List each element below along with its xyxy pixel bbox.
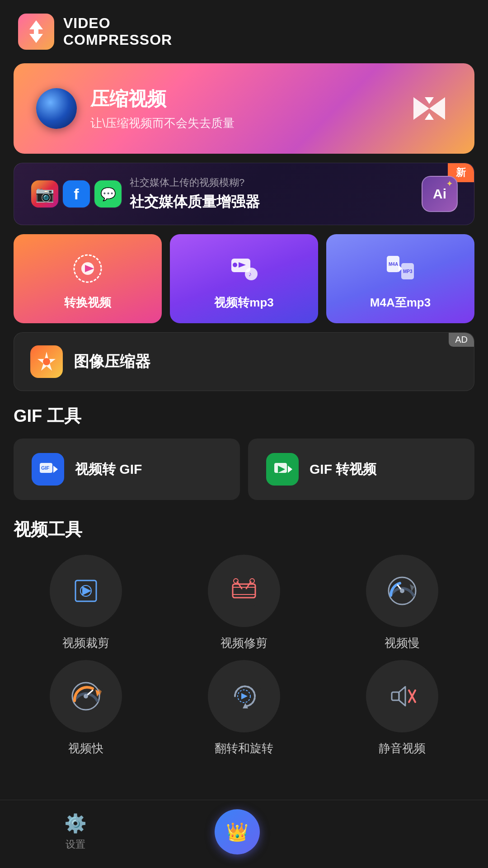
whatsapp-icon: 💬 [94,179,122,208]
svg-text:MP3: MP3 [403,269,413,274]
ai-badge: Ai [422,176,458,212]
video-to-gif-icon: GIF [32,453,64,486]
svg-point-57 [384,678,420,714]
m4a-mp3-icon: M4A MP3 [382,250,418,287]
header: Video Compressor [0,0,488,59]
video-crop-icon [50,555,122,627]
video-slow-icon [366,555,438,627]
video-trim-label: 视频修剪 [221,635,267,651]
video-fast-label: 视频快 [68,741,103,756]
video-slow-item[interactable]: 视频慢 [330,555,474,651]
video-section-title: 视频工具 [0,518,488,546]
svg-text:M4A: M4A [389,262,398,267]
image-compressor-icon [30,345,63,378]
video-crop-label: 视频裁剪 [62,635,109,651]
convert-video-label: 转换视频 [64,295,111,311]
svg-point-13 [233,263,237,267]
svg-point-23 [43,358,50,365]
svg-marker-7 [425,113,434,120]
convert-video-card[interactable]: 转换视频 [14,234,162,323]
bottom-nav: ⚙️ 设置 👑 [0,800,488,868]
video-fast-icon [50,660,122,732]
social-banner[interactable]: 新 📷 f 💬 社交媒体上传的视频模糊? 社交媒体质量增强器 Ai [14,163,474,225]
settings-icon: ⚙️ [64,813,87,834]
video-fast-item[interactable]: 视频快 [14,660,158,756]
video-trim-item[interactable]: 视频修剪 [172,555,316,651]
m4a-mp3-card[interactable]: M4A MP3 M4A至mp3 [326,234,474,323]
ad-tag: AD [449,333,474,347]
svg-point-45 [400,589,404,593]
social-info: 社交媒体上传的视频模糊? 社交媒体质量增强器 [130,176,411,212]
ad-banner[interactable]: AD 图像压缩器 [14,332,474,391]
banner-subtitle: 让\压缩视频而不会失去质量 [90,115,235,131]
svg-marker-8 [425,97,434,104]
app-name-line1: Video [63,15,172,32]
video-slow-label: 视频慢 [385,635,420,651]
app-logo [18,14,54,50]
app-title: Video Compressor [63,15,172,48]
banner-title: 压缩视频 [90,86,235,112]
ad-label: 图像压缩器 [74,351,150,372]
mute-video-icon [366,660,438,732]
compress-banner[interactable]: 压缩视频 让\压缩视频而不会失去质量 [14,63,474,154]
video-mp3-card[interactable]: ♪ 视频转mp3 [170,234,318,323]
video-tools-grid: 视频裁剪 视频修剪 [14,555,474,774]
svg-point-34 [226,573,262,609]
banner-text: 压缩视频 让\压缩视频而不会失去质量 [90,86,235,131]
tool-cards-row: 转换视频 ♪ 视频转mp3 M4A MP3 M4A至mp3 [14,234,474,323]
ai-label: Ai [433,186,446,202]
nav-settings[interactable]: ⚙️ 设置 [64,813,87,851]
svg-marker-6 [429,97,445,120]
video-crop-item[interactable]: 视频裁剪 [14,555,158,651]
m4a-mp3-label: M4A至mp3 [370,295,431,311]
mute-video-label: 静音视频 [379,741,426,756]
flip-rotate-item[interactable]: 翻转和旋转 [172,660,316,756]
facebook-icon: f [62,179,91,208]
mute-video-item[interactable]: 静音视频 [330,660,474,756]
social-icons: 📷 f 💬 [30,179,119,208]
gif-to-video-label: GIF 转视频 [310,460,376,479]
social-title: 社交媒体质量增强器 [130,192,411,212]
video-to-gif-label: 视频转 GIF [75,460,142,479]
svg-rect-4 [34,34,38,39]
flip-rotate-label: 翻转和旋转 [215,741,273,756]
svg-marker-29 [288,466,292,473]
video-trim-icon [208,555,280,627]
video-to-gif-card[interactable]: GIF 视频转 GIF [14,439,240,500]
svg-marker-5 [413,97,429,120]
svg-text:GIF: GIF [41,465,50,471]
video-mp3-label: 视频转mp3 [214,295,273,311]
svg-marker-26 [53,466,58,473]
settings-label: 设置 [66,838,85,851]
app-name-line2: Compressor [63,32,172,48]
svg-text:♪: ♪ [249,270,252,278]
crown-icon: 👑 [226,821,249,843]
gif-section-title: GIF 工具 [0,405,488,439]
flip-rotate-icon [208,660,280,732]
instagram-icon: 📷 [30,179,59,208]
video-mp3-icon: ♪ [226,250,262,287]
gif-to-video-card[interactable]: GIF 转视频 [248,439,474,500]
nav-center-button[interactable]: 👑 [215,809,260,854]
convert-video-icon [70,250,106,287]
banner-icon [407,86,452,131]
gif-to-video-icon [266,453,299,486]
svg-point-50 [84,694,88,698]
gif-tools: GIF 视频转 GIF GIF 转视频 [14,439,474,500]
social-subtitle: 社交媒体上传的视频模糊? [130,176,411,189]
banner-sphere [36,88,77,129]
